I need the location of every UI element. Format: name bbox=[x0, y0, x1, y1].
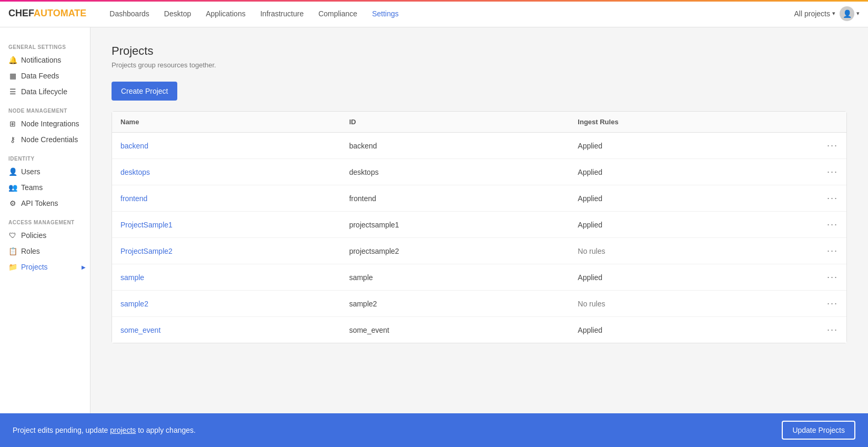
logo-chef: CHEF bbox=[8, 8, 34, 18]
nav-right: All projects ▾ 👤 ▾ bbox=[794, 6, 860, 21]
node-credentials-icon: ⚷ bbox=[8, 135, 17, 144]
sidebar-item-label: Projects bbox=[21, 263, 48, 271]
teams-icon: 👥 bbox=[8, 183, 17, 192]
col-ingest-rules: Ingest Rules bbox=[578, 118, 806, 126]
main-layout: GENERAL SETTINGS 🔔 Notifications ▦ Data … bbox=[0, 27, 868, 413]
project-name-link[interactable]: ProjectSample2 bbox=[120, 247, 349, 255]
row-actions-menu[interactable]: ··· bbox=[806, 298, 838, 309]
nav-infrastructure[interactable]: Infrastructure bbox=[254, 6, 310, 21]
ingest-rules-status: Applied bbox=[578, 326, 806, 334]
sidebar-item-node-credentials[interactable]: ⚷ Node Credentials bbox=[0, 132, 90, 147]
project-id: projectsample2 bbox=[349, 247, 578, 255]
table-row: sample sample Applied ··· bbox=[112, 264, 846, 291]
nav-compliance[interactable]: Compliance bbox=[312, 6, 364, 21]
user-button[interactable]: 👤 ▾ bbox=[840, 6, 860, 21]
sidebar-item-policies[interactable]: 🛡 Policies bbox=[0, 227, 90, 243]
row-actions-menu[interactable]: ··· bbox=[806, 166, 838, 177]
sidebar-item-users[interactable]: 👤 Users bbox=[0, 164, 90, 180]
projects-icon: 📁 bbox=[8, 263, 17, 271]
project-id: sample bbox=[349, 273, 578, 282]
sidebar-item-label: Teams bbox=[21, 183, 43, 192]
col-actions bbox=[806, 118, 838, 126]
sidebar-item-label: Notifications bbox=[21, 56, 61, 64]
roles-icon: 📋 bbox=[8, 247, 17, 255]
sidebar-item-label: Data Lifecycle bbox=[21, 87, 67, 96]
user-chevron-icon: ▾ bbox=[856, 10, 860, 17]
col-name: Name bbox=[120, 118, 349, 126]
row-actions-menu[interactable]: ··· bbox=[806, 193, 838, 204]
project-id: some_event bbox=[349, 326, 578, 334]
sidebar-item-node-integrations[interactable]: ⊞ Node Integrations bbox=[0, 116, 90, 132]
row-actions-menu[interactable]: ··· bbox=[806, 272, 838, 283]
nav-links: Dashboards Desktop Applications Infrastr… bbox=[103, 6, 794, 21]
nav-dashboards[interactable]: Dashboards bbox=[103, 6, 156, 21]
sidebar: GENERAL SETTINGS 🔔 Notifications ▦ Data … bbox=[0, 27, 90, 413]
project-name-link[interactable]: backend bbox=[120, 142, 349, 150]
table-row: ProjectSample1 projectsample1 Applied ··… bbox=[112, 212, 846, 238]
ingest-rules-status: Applied bbox=[578, 273, 806, 282]
sidebar-item-notifications[interactable]: 🔔 Notifications bbox=[0, 52, 90, 68]
all-projects-button[interactable]: All projects ▾ bbox=[794, 9, 835, 18]
row-actions-menu[interactable]: ··· bbox=[806, 140, 838, 151]
project-id: backend bbox=[349, 142, 578, 150]
footer-projects-link[interactable]: projects bbox=[110, 426, 136, 434]
project-name-link[interactable]: ProjectSample1 bbox=[120, 221, 349, 229]
policies-icon: 🛡 bbox=[8, 231, 17, 240]
nav-settings[interactable]: Settings bbox=[366, 6, 405, 21]
nav-desktop[interactable]: Desktop bbox=[158, 6, 197, 21]
sidebar-item-label: Policies bbox=[21, 231, 46, 240]
user-avatar: 👤 bbox=[840, 6, 854, 21]
projects-table: Name ID Ingest Rules backend backend App… bbox=[112, 111, 847, 343]
create-project-button[interactable]: Create Project bbox=[112, 82, 177, 101]
row-actions-menu[interactable]: ··· bbox=[806, 245, 838, 256]
row-actions-menu[interactable]: ··· bbox=[806, 219, 838, 230]
project-name-link[interactable]: sample bbox=[120, 273, 349, 282]
ingest-rules-status: No rules bbox=[578, 247, 806, 255]
sidebar-item-data-lifecycle[interactable]: ☰ Data Lifecycle bbox=[0, 84, 90, 100]
general-settings-section: GENERAL SETTINGS 🔔 Notifications ▦ Data … bbox=[0, 40, 90, 100]
sidebar-item-data-feeds[interactable]: ▦ Data Feeds bbox=[0, 68, 90, 84]
footer-message: Project edits pending, update projects t… bbox=[13, 426, 196, 434]
sidebar-item-label: Users bbox=[21, 167, 41, 176]
ingest-rules-status: Applied bbox=[578, 221, 806, 229]
sidebar-item-projects[interactable]: 📁 Projects bbox=[0, 259, 90, 275]
identity-section: IDENTITY 👤 Users 👥 Teams ⚙ API Tokens bbox=[0, 152, 90, 211]
node-integrations-icon: ⊞ bbox=[8, 120, 17, 128]
main-content: Projects Projects group resources togeth… bbox=[90, 27, 868, 413]
project-name-link[interactable]: sample2 bbox=[120, 300, 349, 308]
access-management-section: ACCESS MANAGEMENT 🛡 Policies 📋 Roles 📁 P… bbox=[0, 215, 90, 275]
sidebar-item-roles[interactable]: 📋 Roles bbox=[0, 243, 90, 259]
all-projects-label: All projects bbox=[794, 9, 830, 18]
bell-icon: 🔔 bbox=[8, 56, 17, 64]
ingest-rules-status: Applied bbox=[578, 194, 806, 203]
project-name-link[interactable]: desktops bbox=[120, 168, 349, 176]
chevron-down-icon: ▾ bbox=[832, 10, 835, 17]
footer-message-suffix: to apply changes. bbox=[136, 426, 196, 434]
sidebar-item-label: Node Credentials bbox=[21, 135, 78, 144]
page-subtitle: Projects group resources together. bbox=[112, 61, 847, 69]
identity-label: IDENTITY bbox=[0, 152, 90, 164]
data-lifecycle-icon: ☰ bbox=[8, 87, 17, 96]
project-name-link[interactable]: frontend bbox=[120, 194, 349, 203]
top-nav: CHEFAUTOMATE Dashboards Desktop Applicat… bbox=[0, 0, 868, 27]
sidebar-item-teams[interactable]: 👥 Teams bbox=[0, 180, 90, 195]
general-settings-label: GENERAL SETTINGS bbox=[0, 40, 90, 52]
data-feeds-icon: ▦ bbox=[8, 72, 17, 80]
project-id: sample2 bbox=[349, 300, 578, 308]
node-management-section: NODE MANAGEMENT ⊞ Node Integrations ⚷ No… bbox=[0, 104, 90, 147]
sidebar-item-label: Node Integrations bbox=[21, 120, 79, 128]
access-management-label: ACCESS MANAGEMENT bbox=[0, 215, 90, 227]
footer-message-prefix: Project edits pending, update bbox=[13, 426, 110, 434]
nav-applications[interactable]: Applications bbox=[199, 6, 252, 21]
update-projects-button[interactable]: Update Projects bbox=[782, 421, 855, 440]
project-id: projectsample1 bbox=[349, 221, 578, 229]
sidebar-item-api-tokens[interactable]: ⚙ API Tokens bbox=[0, 195, 90, 211]
project-name-link[interactable]: some_event bbox=[120, 326, 349, 334]
table-row: ProjectSample2 projectsample2 No rules ·… bbox=[112, 238, 846, 264]
table-header: Name ID Ingest Rules bbox=[112, 112, 846, 133]
table-row: some_event some_event Applied ··· bbox=[112, 317, 846, 343]
table-row: frontend frontend Applied ··· bbox=[112, 185, 846, 212]
api-tokens-icon: ⚙ bbox=[8, 199, 17, 207]
row-actions-menu[interactable]: ··· bbox=[806, 324, 838, 335]
sidebar-item-label: Roles bbox=[21, 247, 40, 255]
